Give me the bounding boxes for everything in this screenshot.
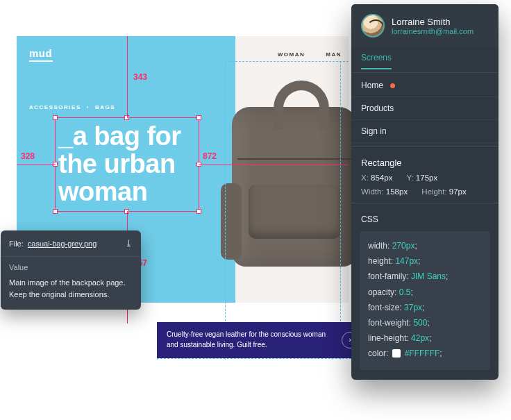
screen-item-home[interactable]: Home xyxy=(351,74,499,97)
caption-bar: Cruelty-free vegan leather for the consc… xyxy=(157,322,365,358)
brand-logo: mud xyxy=(29,47,53,62)
css-color: color: #FFFFFF; xyxy=(368,346,482,361)
css-opacity: opacity: 0.5; xyxy=(368,285,482,300)
status-dot-icon xyxy=(390,83,395,88)
rect-x-val: 854px xyxy=(371,174,392,182)
backpack-pocket xyxy=(249,185,340,239)
screen-item-products[interactable]: Products xyxy=(351,97,499,120)
resize-handle-br[interactable] xyxy=(196,209,201,214)
product-image[interactable] xyxy=(225,65,371,308)
css-box[interactable]: width: 270px; height: 147px; font-family… xyxy=(360,231,490,370)
css-line-height: line-height: 42px; xyxy=(368,330,482,346)
asset-popover: File: casual-bag-grey.png ⤓ Value Main i… xyxy=(1,230,141,310)
breadcrumb: ACCESSORIES › BAGS xyxy=(29,104,115,110)
rect-w-label: Width: xyxy=(361,187,384,196)
chevron-right-icon: › xyxy=(87,104,90,110)
user-name: Lorraine Smith xyxy=(392,17,474,27)
guide-h1 xyxy=(225,61,349,62)
design-canvas: mud WOMAN MAN ACCESSORIES › BAGS _a bag … xyxy=(17,36,349,362)
rect-xy-row: X: 854px Y: 175px xyxy=(351,172,499,186)
resize-handle-tr[interactable] xyxy=(196,115,201,120)
screen-label: Sign in xyxy=(361,126,387,136)
download-icon[interactable]: ⤓ xyxy=(125,238,133,249)
measure-line-right xyxy=(199,165,349,165)
css-height: height: 147px; xyxy=(368,253,482,269)
caption-text: Cruelty-free vegan leather for the consc… xyxy=(167,330,326,348)
css-font-size: font-size: 37px; xyxy=(368,300,482,315)
measure-val-right: 872 xyxy=(203,151,217,161)
measure-line-left xyxy=(17,165,56,165)
css-font-family: font-family: JIM Sans; xyxy=(368,269,482,284)
guide-v2 xyxy=(340,61,341,360)
nav-man[interactable]: MAN xyxy=(326,51,342,58)
breadcrumb-bags[interactable]: BAGS xyxy=(95,104,115,110)
guide-h3 xyxy=(157,358,365,359)
brand-text: mud xyxy=(29,47,52,59)
rect-h-label: Height: xyxy=(421,187,446,196)
top-nav: WOMAN MAN xyxy=(278,51,342,58)
file-label: File: xyxy=(9,240,24,248)
resize-handle-bl[interactable] xyxy=(53,209,58,214)
value-label: Value xyxy=(1,257,141,274)
css-width: width: 270px; xyxy=(368,238,482,253)
rect-y-val: 175px xyxy=(416,174,437,182)
rect-w-val: 158px xyxy=(386,187,408,196)
guide-v1 xyxy=(225,61,226,360)
rect-h-val: 97px xyxy=(449,187,467,196)
backpack-zip xyxy=(237,158,351,160)
rect-wh-row: Width: 158px Height: 97px xyxy=(351,186,499,200)
measure-line-top xyxy=(127,36,128,118)
backpack-body xyxy=(232,107,357,267)
screen-label: Home xyxy=(361,81,383,90)
rect-y-label: Y: xyxy=(406,174,413,182)
divider xyxy=(351,72,499,73)
screens-heading: Screens xyxy=(361,46,392,69)
backpack-handle xyxy=(274,81,329,129)
screen-label: Products xyxy=(361,103,394,113)
color-swatch xyxy=(392,349,401,358)
user-block[interactable]: Lorraine Smith lorrainesmith@mail.com xyxy=(351,4,499,46)
rectangle-heading: Rectangle xyxy=(351,149,499,172)
user-email[interactable]: lorrainesmith@mail.com xyxy=(392,27,474,35)
css-heading: CSS xyxy=(351,206,499,226)
screen-item-signin[interactable]: Sign in xyxy=(351,120,499,143)
rect-x-label: X: xyxy=(361,174,369,182)
divider xyxy=(351,203,499,203)
selection-rect[interactable] xyxy=(56,118,199,211)
inspector-panel: Lorraine Smith lorrainesmith@mail.com Sc… xyxy=(351,4,499,380)
breadcrumb-accessories[interactable]: ACCESSORIES xyxy=(29,104,81,110)
measure-val-top: 343 xyxy=(133,72,147,82)
avatar xyxy=(361,14,385,37)
resize-handle-tl[interactable] xyxy=(53,115,58,120)
measure-val-left: 328 xyxy=(21,151,35,161)
asset-file-row: File: casual-bag-grey.png ⤓ xyxy=(1,230,141,257)
divider xyxy=(351,146,499,146)
nav-woman[interactable]: WOMAN xyxy=(278,51,305,58)
brand-underline xyxy=(29,60,53,62)
asset-description: Main image of the backpack page. Keep th… xyxy=(1,274,141,310)
asset-filename[interactable]: casual-bag-grey.png xyxy=(28,240,121,248)
backpack-side-pocket xyxy=(221,183,242,260)
css-font-weight: font-weight: 500; xyxy=(368,315,482,330)
